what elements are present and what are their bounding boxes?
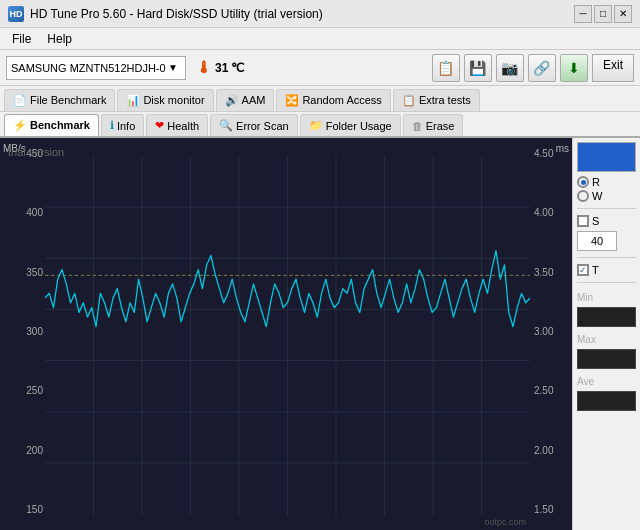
tab-file-benchmark[interactable]: 📄 File Benchmark [4,89,115,111]
right-panel: R W S ✓ T Min Max Ave [572,138,640,530]
close-button[interactable]: ✕ [614,5,632,23]
y-label-150: 150 [2,504,43,515]
radio-read-label: R [592,176,600,188]
divider-2 [577,257,636,258]
menu-bar: File Help [0,28,640,50]
window-title: HD Tune Pro 5.60 - Hard Disk/SSD Utility… [30,7,323,21]
chart-area: trial version MB/s ms 450 400 350 300 25… [0,138,572,530]
benchmark-icon: ⚡ [13,119,27,132]
health-icon: ❤ [155,119,164,132]
y-label-ms-150: 1.50 [534,504,570,515]
y-label-300: 300 [2,326,43,337]
copy-button[interactable]: 📋 [432,54,460,82]
nav-row-1: 📄 File Benchmark 📊 Disk monitor 🔊 AAM 🔀 … [0,86,640,112]
y-label-250: 250 [2,385,43,396]
tab-random-access[interactable]: 🔀 Random Access [276,89,390,111]
temperature-value: 31 [215,61,228,75]
nav-row-2: ⚡ Benchmark ℹ Info ❤ Health 🔍 Error Scan… [0,112,640,138]
info-icon: ℹ [110,119,114,132]
title-bar: HD HD Tune Pro 5.60 - Hard Disk/SSD Util… [0,0,640,28]
checkbox-t-label: T [592,264,599,276]
dropdown-arrow-icon: ▼ [168,62,178,73]
y-label-ms-250: 2.50 [534,385,570,396]
maximize-button[interactable]: □ [594,5,612,23]
screenshot-button[interactable]: 📷 [496,54,524,82]
divider-3 [577,282,636,283]
radio-write-label: W [592,190,602,202]
checkbox-s[interactable]: S [577,215,636,227]
divider-1 [577,208,636,209]
chart-watermark: trial version [8,146,64,158]
checkbox-t-box: ✓ [577,264,589,276]
benchmark-chart [45,156,530,516]
file-benchmark-icon: 📄 [13,94,27,107]
folder-usage-icon: 📁 [309,119,323,132]
tab-extra-tests[interactable]: 📋 Extra tests [393,89,480,111]
menu-file[interactable]: File [4,30,39,48]
temperature-unit: ℃ [231,61,244,75]
save-button[interactable]: 💾 [464,54,492,82]
tab-benchmark[interactable]: ⚡ Benchmark [4,114,99,136]
number-input[interactable] [577,231,617,251]
radio-write[interactable]: W [577,190,636,202]
minimize-button[interactable]: ─ [574,5,592,23]
max-value [577,349,636,369]
tab-health[interactable]: ❤ Health [146,114,208,136]
exit-button[interactable]: Exit [592,54,634,82]
erase-icon: 🗑 [412,120,423,132]
checkbox-t[interactable]: ✓ T [577,264,636,276]
tab-aam[interactable]: 🔊 AAM [216,89,275,111]
number-input-row [577,231,636,251]
disk-monitor-icon: 📊 [126,94,140,107]
checkbox-s-box [577,215,589,227]
y-axis-right-label: ms [556,143,569,154]
error-scan-icon: 🔍 [219,119,233,132]
radio-write-circle [577,190,589,202]
menu-help[interactable]: Help [39,30,80,48]
min-value [577,307,636,327]
max-label: Max [577,334,636,345]
aam-icon: 🔊 [225,94,239,107]
radio-read-circle [577,176,589,188]
y-label-200: 200 [2,445,43,456]
tab-disk-monitor[interactable]: 📊 Disk monitor [117,89,213,111]
app-icon: HD [8,6,24,22]
drive-selector[interactable]: SAMSUNG MZNTN512HDJH-000L2 (512 G ▼ [6,56,186,80]
y-label-400: 400 [2,207,43,218]
radio-read[interactable]: R [577,176,636,188]
drive-label: SAMSUNG MZNTN512HDJH-000L2 (512 G [11,62,166,74]
checkbox-s-label: S [592,215,599,227]
tab-erase[interactable]: 🗑 Erase [403,114,464,136]
chart-bottom-watermark: ootpc.com [484,517,526,527]
temperature-icon: 🌡 [196,59,212,77]
download-button[interactable]: ⬇ [560,54,588,82]
y-label-350: 350 [2,267,43,278]
y-axis-left: 450 400 350 300 250 200 150 [0,138,45,530]
tab-info[interactable]: ℹ Info [101,114,144,136]
min-label: Min [577,292,636,303]
link-button[interactable]: 🔗 [528,54,556,82]
y-label-ms-400: 4.00 [534,207,570,218]
extra-tests-icon: 📋 [402,94,416,107]
random-access-icon: 🔀 [285,94,299,107]
main-content: trial version MB/s ms 450 400 350 300 25… [0,138,640,530]
y-axis-right: 4.50 4.00 3.50 3.00 2.50 2.00 1.50 [532,138,572,530]
radio-group: R W [577,176,636,202]
tab-error-scan[interactable]: 🔍 Error Scan [210,114,298,136]
tab-folder-usage[interactable]: 📁 Folder Usage [300,114,401,136]
avg-value [577,391,636,411]
y-label-ms-200: 2.00 [534,445,570,456]
y-label-ms-300: 3.00 [534,326,570,337]
toolbar: SAMSUNG MZNTN512HDJH-000L2 (512 G ▼ 🌡 31… [0,50,640,86]
color-swatch [577,142,636,172]
y-label-ms-350: 3.50 [534,267,570,278]
avg-label: Ave [577,376,636,387]
